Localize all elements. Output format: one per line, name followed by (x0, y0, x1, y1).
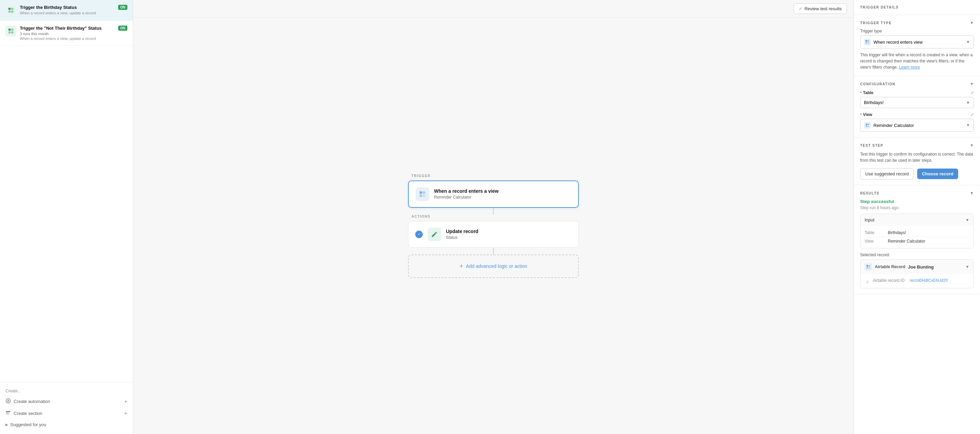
view-label: View (863, 112, 872, 117)
create-label: Create... (0, 386, 133, 396)
test-btn-row: Use suggested record Choose record (860, 168, 974, 179)
svg-rect-13 (423, 191, 425, 193)
learn-more-link[interactable]: Learn more (899, 65, 920, 70)
test-step-section: TEST STEP ▼ Test this trigger to confirm… (854, 138, 980, 185)
test-step-header[interactable]: TEST STEP ▼ (860, 143, 974, 148)
results-header[interactable]: RESULTS ▼ (860, 191, 974, 195)
create-section-button[interactable]: Create section + (0, 407, 133, 419)
add-action-card[interactable]: + Add advanced logic or action (408, 255, 579, 278)
record-collapse-header[interactable]: Airtable Record Joe Bunting ▼ (861, 260, 974, 274)
sidebar-item-2[interactable]: Trigger the "Not Their Birthday" Status … (0, 21, 133, 46)
test-step-title: TEST STEP (860, 144, 883, 147)
svg-rect-9 (6, 411, 11, 412)
suggested-label: Suggested for you (10, 422, 46, 427)
input-collapse-label: Input (865, 217, 875, 222)
automation-desc-2: When a record enters a view, update a re… (20, 36, 115, 41)
table-config-row: * Table ⤢ Birthdays! ▼ (860, 90, 974, 108)
trigger-type-label: Trigger type (860, 29, 974, 33)
view-select[interactable]: Reminder Calculator ▼ (860, 119, 974, 132)
view-dropdown-icon: ▼ (966, 123, 970, 128)
suggested-section[interactable]: ▶ Suggested for you (0, 419, 133, 430)
results-chevron: ▼ (970, 191, 974, 195)
view-kv-val: Reminder Calculator (888, 239, 925, 244)
choose-record-button[interactable]: Choose record (917, 169, 958, 179)
svg-rect-22 (865, 125, 867, 127)
sidebar-item-1[interactable]: Trigger the Birthday Status When a recor… (0, 0, 133, 21)
trigger-card-title: When a record enters a view (434, 188, 498, 194)
results-time: Step run 8 hours ago. (860, 205, 974, 210)
test-step-description: Test this trigger to confirm its configu… (860, 151, 974, 163)
svg-rect-15 (423, 194, 425, 196)
input-collapse: Input ▼ Table Birthdays! View Reminder C… (860, 214, 974, 249)
svg-rect-20 (865, 124, 867, 125)
flow-container: TRIGGER When a record enters a view Remi… (408, 174, 579, 278)
record-type-label: Airtable Record (875, 265, 905, 269)
record-body: △ Airtable record ID recml0HdlCxEhUd3Y (861, 274, 974, 288)
trigger-card-subtitle: Reminder Calculator (434, 195, 498, 200)
create-automation-label: Create automation (14, 399, 50, 404)
automation-runs-2: 3 runs this month (20, 32, 115, 36)
flow-connector-2 (493, 248, 494, 255)
table-value: Birthdays! (864, 100, 884, 105)
svg-rect-16 (865, 40, 867, 42)
add-icon: + (460, 263, 463, 270)
main-content: ✓ Review test results TRIGGER When a rec… (133, 0, 854, 434)
trigger-type-select[interactable]: When record enters view ▼ (860, 35, 974, 48)
trigger-type-header[interactable]: TRIGGER TYPE ▼ (860, 21, 974, 25)
view-value: Reminder Calculator (873, 123, 914, 128)
view-select-icon (864, 122, 871, 128)
input-collapse-body: Table Birthdays! View Reminder Calculato… (861, 226, 974, 248)
trigger-type-title: TRIGGER TYPE (860, 21, 892, 25)
view-kv-key: View (865, 239, 885, 244)
automation-content-2: Trigger the "Not Their Birthday" Status … (20, 25, 115, 41)
trigger-card-icon (415, 187, 429, 201)
sidebar-footer: Create... Create automation + Create sec… (0, 382, 133, 434)
results-title: RESULTS (860, 192, 879, 195)
input-collapse-header[interactable]: Input ▼ (861, 214, 974, 226)
svg-rect-3 (11, 11, 13, 13)
record-collapse-chevron: ▼ (965, 265, 969, 269)
table-label: Table (863, 90, 873, 95)
svg-rect-17 (868, 40, 869, 42)
svg-rect-11 (6, 413, 10, 414)
table-kv-row: Table Birthdays! (865, 229, 969, 237)
action-card-title: Update record (446, 229, 478, 234)
results-section: RESULTS ▼ Step successful Step run 8 hou… (854, 185, 980, 294)
create-automation-icon (5, 398, 11, 405)
svg-rect-19 (868, 42, 869, 44)
action-card-icon (428, 228, 441, 241)
review-test-results-button[interactable]: ✓ Review test results (794, 3, 847, 14)
right-panel: TRIGGER DETAILS TRIGGER TYPE ▼ Trigger t… (854, 0, 980, 434)
actions-label: ACTIONS (412, 215, 431, 219)
create-automation-button[interactable]: Create automation + (0, 396, 133, 407)
svg-rect-0 (8, 8, 11, 10)
panel-header-section: TRIGGER DETAILS (854, 0, 980, 15)
trigger-label: TRIGGER (412, 174, 431, 178)
flow-connector-1 (493, 208, 494, 215)
table-expand-icon[interactable]: ⤢ (970, 90, 974, 95)
chevron-right-icon: ▶ (5, 423, 8, 426)
table-select[interactable]: Birthdays! ▼ (860, 97, 974, 108)
trigger-card[interactable]: When a record enters a view Reminder Cal… (408, 181, 579, 208)
trigger-type-value: When record enters view (873, 40, 923, 45)
record-id-icon: △ (865, 279, 870, 284)
svg-rect-4 (8, 29, 11, 31)
sidebar: Trigger the Birthday Status When a recor… (0, 0, 133, 434)
svg-rect-18 (865, 42, 867, 44)
configuration-header[interactable]: CONFIGURATION ▼ (860, 82, 974, 86)
svg-rect-1 (11, 8, 13, 10)
configuration-title: CONFIGURATION (860, 82, 895, 86)
results-status: Step successful (860, 199, 974, 204)
svg-rect-6 (8, 32, 11, 33)
view-required: * (860, 112, 862, 117)
use-suggested-record-button[interactable]: Use suggested record (860, 168, 914, 179)
automation-content-1: Trigger the Birthday Status When a recor… (20, 5, 115, 15)
action-card[interactable]: ✓ Update record Status (408, 221, 579, 248)
input-collapse-chevron: ▼ (965, 218, 969, 222)
svg-rect-2 (8, 11, 11, 13)
svg-rect-23 (868, 125, 869, 127)
record-id-row: △ Airtable record ID recml0HdlCxEhUd3Y (865, 277, 969, 285)
action-card-subtitle: Status (446, 235, 478, 240)
view-expand-icon[interactable]: ⤢ (970, 112, 974, 117)
record-collapse: Airtable Record Joe Bunting ▼ △ Airtable… (860, 259, 974, 288)
